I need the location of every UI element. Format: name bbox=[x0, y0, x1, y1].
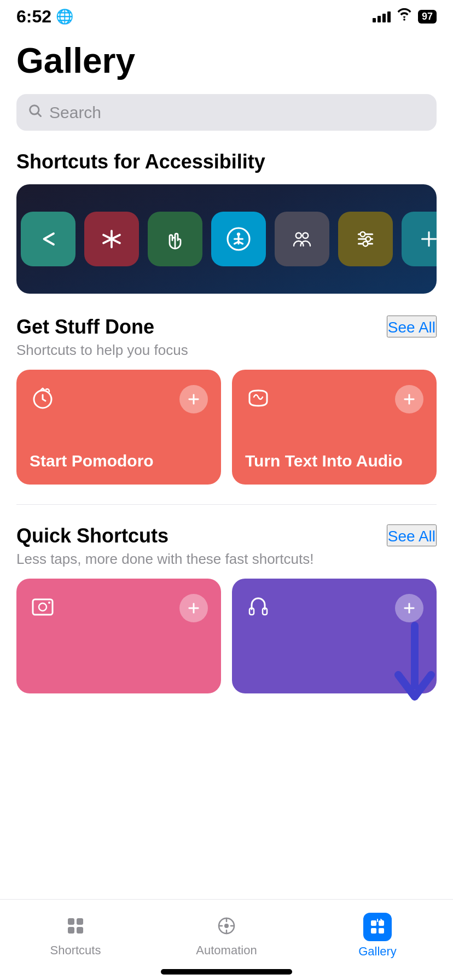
quick-shortcuts-header: Quick Shortcuts Less taps, more done wit… bbox=[16, 524, 437, 568]
svg-line-2 bbox=[38, 113, 40, 116]
get-stuff-done-subtitle: Shortcuts to help you focus bbox=[16, 342, 188, 359]
acc-icon-accessibility bbox=[211, 212, 266, 266]
battery-level: 97 bbox=[422, 11, 433, 22]
acc-icon-hand bbox=[148, 212, 202, 266]
acc-icon-people bbox=[275, 212, 329, 266]
photo-card-icon bbox=[30, 594, 56, 626]
main-content: Gallery Search Shortcuts for Accessibili… bbox=[0, 30, 453, 801]
start-pomodoro-card-top bbox=[30, 385, 208, 417]
automation-tab-icon bbox=[214, 914, 239, 940]
svg-rect-46 bbox=[371, 920, 376, 926]
signal-bar-1 bbox=[373, 18, 376, 22]
headphones-card-add-btn[interactable] bbox=[395, 594, 423, 622]
tab-gallery[interactable]: Gallery bbox=[302, 906, 453, 959]
photo-card[interactable] bbox=[16, 579, 221, 693]
start-pomodoro-icon bbox=[30, 385, 56, 417]
shortcuts-tab-label: Shortcuts bbox=[50, 943, 101, 958]
accessibility-section-title: Shortcuts for Accessibility bbox=[16, 150, 265, 173]
tab-bar: Shortcuts Automation bbox=[0, 899, 453, 980]
globe-icon: 🌐 bbox=[56, 8, 73, 25]
headphones-card-icon bbox=[245, 594, 271, 626]
get-stuff-done-title-group: Get Stuff Done Shortcuts to help you foc… bbox=[16, 316, 188, 359]
status-bar: 6:52 🌐 97 bbox=[0, 0, 453, 30]
start-pomodoro-card[interactable]: Start Pomodoro bbox=[16, 370, 221, 485]
get-stuff-done-header: Get Stuff Done Shortcuts to help you foc… bbox=[16, 316, 437, 359]
accessibility-section-header: Shortcuts for Accessibility bbox=[16, 150, 437, 173]
get-stuff-done-see-all[interactable]: See All bbox=[387, 316, 437, 337]
acc-icon-asterisk bbox=[84, 212, 139, 266]
signal-bar-3 bbox=[382, 14, 386, 22]
svg-point-18 bbox=[366, 237, 371, 242]
svg-point-17 bbox=[361, 232, 365, 237]
get-stuff-done-section: Get Stuff Done Shortcuts to help you foc… bbox=[16, 316, 437, 485]
get-stuff-done-title: Get Stuff Done bbox=[16, 316, 188, 339]
wifi-icon bbox=[396, 8, 413, 25]
start-pomodoro-title: Start Pomodoro bbox=[30, 450, 208, 471]
turn-text-audio-title: Turn Text Into Audio bbox=[245, 450, 423, 471]
headphones-card-top bbox=[245, 594, 423, 626]
turn-text-audio-card-top bbox=[245, 385, 423, 417]
accessibility-banner[interactable] bbox=[16, 184, 437, 294]
svg-rect-36 bbox=[68, 918, 74, 925]
svg-point-41 bbox=[224, 924, 229, 928]
svg-point-13 bbox=[303, 233, 308, 238]
svg-point-0 bbox=[403, 18, 405, 20]
search-placeholder: Search bbox=[49, 103, 101, 122]
svg-rect-39 bbox=[77, 927, 83, 934]
automation-tab-label: Automation bbox=[196, 943, 257, 958]
gallery-tab-label: Gallery bbox=[358, 944, 397, 959]
tab-automation[interactable]: Automation bbox=[151, 907, 302, 958]
gallery-tab-icon bbox=[363, 913, 392, 941]
accessibility-section: Shortcuts for Accessibility bbox=[16, 150, 437, 294]
quick-shortcuts-section: Quick Shortcuts Less taps, more done wit… bbox=[16, 524, 437, 693]
time-display: 6:52 bbox=[16, 7, 51, 27]
svg-rect-49 bbox=[379, 928, 384, 934]
photo-card-add-btn[interactable] bbox=[179, 594, 208, 622]
acc-icon-sliders bbox=[338, 212, 393, 266]
svg-point-12 bbox=[296, 233, 301, 238]
svg-point-29 bbox=[48, 602, 50, 604]
svg-point-28 bbox=[39, 603, 47, 611]
battery-indicator: 97 bbox=[418, 10, 437, 24]
status-icons: 97 bbox=[373, 8, 437, 25]
search-icon bbox=[27, 103, 43, 122]
accessibility-icons-row bbox=[30, 212, 437, 266]
signal-bar-2 bbox=[378, 16, 381, 22]
acc-icon-teal2 bbox=[402, 212, 437, 266]
home-indicator bbox=[161, 969, 292, 975]
svg-point-19 bbox=[363, 241, 368, 246]
quick-shortcuts-cards bbox=[16, 579, 437, 693]
arrow-annotation bbox=[382, 620, 448, 710]
acc-icon-teal bbox=[21, 212, 76, 266]
quick-shortcuts-title-group: Quick Shortcuts Less taps, more done wit… bbox=[16, 524, 313, 568]
accessibility-title-group: Shortcuts for Accessibility bbox=[16, 150, 265, 173]
search-bar[interactable]: Search bbox=[16, 94, 437, 131]
headphones-card[interactable] bbox=[232, 579, 437, 693]
signal-bars bbox=[373, 10, 391, 22]
svg-rect-38 bbox=[68, 927, 74, 934]
quick-shortcuts-title: Quick Shortcuts bbox=[16, 524, 313, 547]
quick-shortcuts-subtitle: Less taps, more done with these fast sho… bbox=[16, 551, 313, 568]
svg-rect-48 bbox=[371, 928, 376, 934]
quick-shortcuts-see-all[interactable]: See All bbox=[387, 524, 437, 546]
shortcuts-tab-icon bbox=[63, 914, 88, 940]
signal-bar-4 bbox=[387, 11, 391, 22]
tab-shortcuts[interactable]: Shortcuts bbox=[0, 907, 151, 958]
photo-card-top bbox=[30, 594, 208, 626]
turn-text-audio-icon bbox=[245, 385, 271, 417]
page-title: Gallery bbox=[16, 40, 437, 81]
section-divider bbox=[16, 504, 437, 505]
svg-rect-37 bbox=[77, 918, 83, 925]
start-pomodoro-add-btn[interactable] bbox=[179, 385, 208, 413]
get-stuff-done-cards: Start Pomodoro bbox=[16, 370, 437, 485]
turn-text-audio-card[interactable]: Turn Text Into Audio bbox=[232, 370, 437, 485]
status-time: 6:52 🌐 bbox=[16, 7, 73, 27]
turn-text-audio-add-btn[interactable] bbox=[395, 385, 423, 413]
